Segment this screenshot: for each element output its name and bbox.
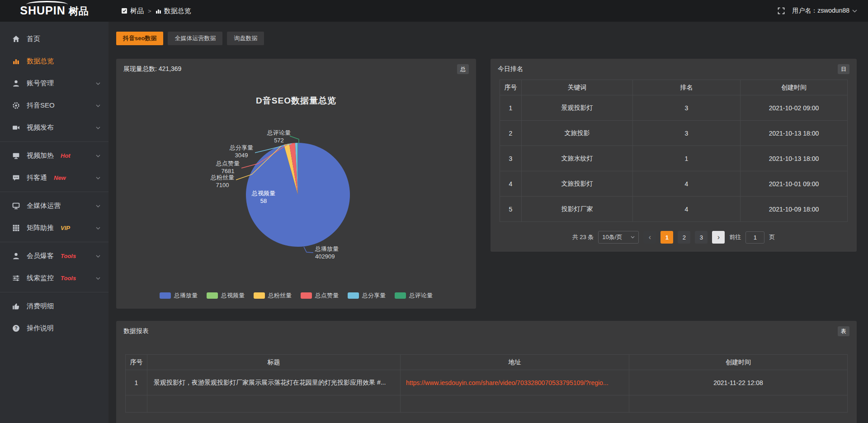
chevron-down-icon [96, 82, 100, 85]
report-table: 序号 标题 地址 创建时间 1 景观投影灯，夜游景观投影灯厂家展示展示落花灯在花… [125, 354, 848, 413]
sidebar-item-video-publish[interactable]: 视频发布 [0, 117, 108, 139]
legend-swatch [160, 292, 171, 299]
sidebar-item-expense-details[interactable]: 消费明细 [0, 295, 108, 317]
user-menu[interactable]: 用户名：zswodun88 [792, 7, 857, 15]
table-row: 1 景观投影灯，夜游景观投影灯厂家展示展示落花灯在花园里的灯光投影应用效果 #.… [126, 370, 848, 395]
legend-item-comments[interactable]: 总评论量 [395, 291, 433, 300]
tools-badge: Tools [61, 275, 76, 282]
sidebar-item-data-overview[interactable]: 数据总览 [0, 50, 108, 72]
sidebar-item-douyin-seo[interactable]: 抖音SEO [0, 94, 108, 117]
sidebar: 首页 数据总览 账号管理 抖音SEO 视频发布 视频加热 Hot 抖客通 New… [0, 22, 108, 423]
table-row: 4 文旅投影灯 4 2021-10-01 09:00 [500, 171, 848, 197]
day-toggle-button[interactable]: 日 [838, 64, 849, 74]
fullscreen-icon[interactable] [778, 7, 785, 14]
pie-chart [116, 80, 476, 309]
pie-label-likes: 总点赞量7681 [212, 160, 244, 175]
table-row: 1 景观投影灯 3 2021-10-02 09:00 [500, 95, 848, 121]
chart-card-header: 展现量总数: 421,369 总 [116, 59, 476, 80]
sidebar-divider [0, 141, 108, 142]
impressions-chart-card: 展现量总数: 421,369 总 D音SEO数据量总览 总评论量572 总 [116, 59, 476, 309]
sidebar-divider [0, 242, 108, 242]
sidebar-item-member-marketing[interactable]: 会员爆客 Tools [0, 245, 108, 267]
help-circle-icon: ? [12, 324, 20, 332]
logo-arc-decoration [26, 1, 68, 8]
pie-label-shares: 总分享量3049 [226, 144, 257, 159]
legend-item-plays[interactable]: 总播放量 [160, 291, 198, 300]
table-header-row: 序号 关键词 排名 创建时间 [500, 80, 848, 95]
pie-label-videos: 总视频量58 [246, 189, 281, 205]
table-row: 5 投影灯厂家 4 2021-10-09 18:00 [500, 197, 848, 222]
legend-swatch [254, 292, 265, 299]
breadcrumb: 树品 > 数据总览 [121, 7, 191, 15]
page-button-2[interactable]: 2 [678, 231, 690, 244]
ranking-card-title: 今日排名 [498, 65, 523, 73]
data-tabs: 抖音seo数据 全媒体运营数据 询盘数据 [116, 32, 857, 45]
app-logo[interactable]: SHUPIN 树品 [20, 4, 88, 18]
table-toggle-button[interactable]: 表 [838, 326, 849, 336]
username-label: 用户名：zswodun88 [792, 7, 849, 15]
main-content: 抖音seo数据 全媒体运营数据 询盘数据 展现量总数: 421,369 总 D音… [108, 22, 868, 423]
thumbs-up-icon [12, 302, 20, 310]
table-row: 2 文旅投影 3 2021-10-13 18:00 [500, 121, 848, 146]
screen-icon [12, 152, 20, 160]
logo-text-cn: 树品 [69, 5, 89, 18]
sidebar-item-douketong[interactable]: 抖客通 New [0, 167, 108, 189]
total-toggle-button[interactable]: 总 [457, 64, 469, 74]
chevron-down-icon [96, 277, 100, 280]
legend-item-videos[interactable]: 总视频量 [207, 291, 245, 300]
grid-icon [12, 224, 20, 232]
gear-icon [12, 102, 20, 109]
breadcrumb-separator: > [148, 8, 151, 14]
pie-chart-area: D音SEO数据量总览 总评论量572 总分享量3049 总点赞量7681 [116, 80, 476, 309]
tools-badge: Tools [61, 253, 76, 259]
tab-inquiry-data[interactable]: 询盘数据 [227, 32, 264, 45]
chevron-down-icon [96, 127, 100, 129]
sidebar-item-matrix-boost[interactable]: 矩阵助推 VIP [0, 217, 108, 239]
legend-item-shares[interactable]: 总分享量 [348, 291, 386, 300]
table-row: 3 文旅水纹灯 1 2021-10-13 18:00 [500, 146, 848, 171]
logo-area: SHUPIN 树品 [0, 4, 108, 18]
bar-chart-icon [156, 8, 161, 14]
breadcrumb-current[interactable]: 数据总览 [156, 7, 191, 15]
sidebar-divider [0, 292, 108, 292]
tab-douyin-seo-data[interactable]: 抖音seo数据 [116, 32, 163, 45]
page-size-select[interactable]: 10条/页 [598, 231, 639, 244]
pagination: 共 23 条 10条/页 ‹ 1 2 3 › 前往 页 [491, 231, 857, 244]
video-title-cell: 景观投影灯，夜游景观投影灯厂家展示展示落花灯在花园里的灯光投影应用效果 #... [147, 370, 401, 395]
table-row-partial [126, 395, 848, 413]
impressions-total-label: 展现量总数: 421,369 [123, 65, 181, 73]
vip-badge: VIP [61, 225, 70, 231]
tab-omnimedia-data[interactable]: 全媒体运营数据 [168, 32, 222, 45]
chat-bubble-icon [12, 174, 20, 182]
sidebar-item-instructions[interactable]: ? 操作说明 [0, 317, 108, 339]
page-button-1[interactable]: 1 [660, 231, 673, 244]
video-link[interactable]: https://www.iesdouyin.com/share/video/70… [406, 379, 609, 386]
app-square-icon [121, 8, 127, 14]
user-icon [12, 80, 20, 87]
legend-item-fans[interactable]: 总粉丝量 [254, 291, 292, 300]
prev-page-button[interactable]: ‹ [643, 231, 656, 244]
sidebar-item-lead-monitoring[interactable]: 线索监控 Tools [0, 267, 108, 289]
next-page-button[interactable]: › [712, 231, 725, 244]
sidebar-item-omnimedia-operation[interactable]: 全媒体运营 [0, 195, 108, 217]
legend-item-likes[interactable]: 总点赞量 [301, 291, 339, 300]
sidebar-item-account-management[interactable]: 账号管理 [0, 72, 108, 94]
data-report-card: 数据报表 表 序号 标题 地址 创建时间 1 景观投影灯，夜游景观投影灯厂家展示… [116, 321, 857, 423]
user-icon [12, 252, 20, 260]
goto-label: 前往 [729, 233, 741, 241]
sidebar-item-video-heating[interactable]: 视频加热 Hot [0, 145, 108, 167]
chevron-down-icon [852, 9, 857, 13]
video-camera-icon [12, 124, 20, 132]
sidebar-item-home[interactable]: 首页 [0, 28, 108, 50]
pie-label-plays: 总播放量402909 [315, 245, 360, 260]
chevron-down-icon [96, 155, 100, 157]
new-badge: New [54, 174, 66, 181]
chevron-down-icon [96, 227, 100, 230]
video-url-cell: https://www.iesdouyin.com/share/video/70… [401, 370, 629, 395]
bar-chart-icon [12, 57, 20, 65]
report-card-header: 数据报表 表 [116, 321, 857, 342]
goto-page-input[interactable] [745, 231, 764, 244]
sidebar-divider [0, 192, 108, 192]
breadcrumb-root[interactable]: 树品 [121, 7, 144, 15]
page-button-3[interactable]: 3 [695, 231, 708, 244]
